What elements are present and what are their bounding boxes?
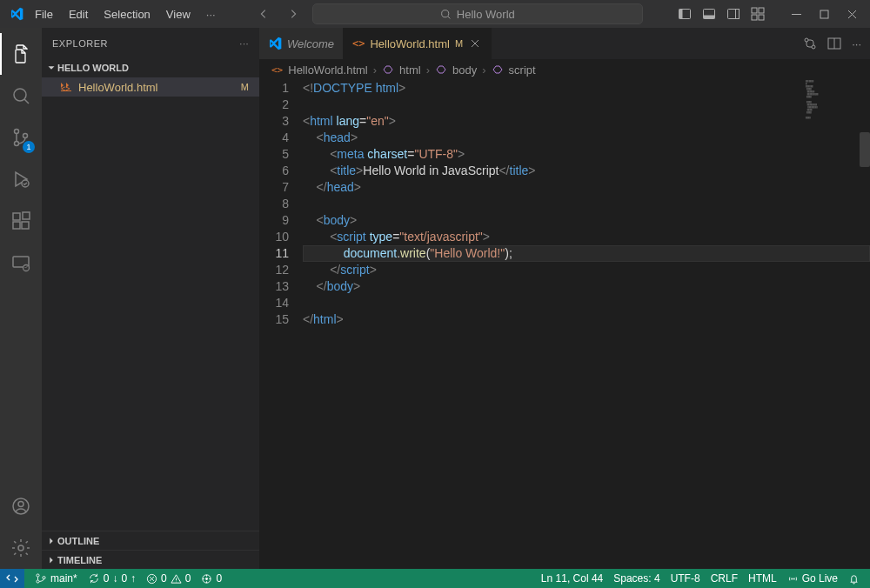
sidebar-file-item[interactable]: <> HelloWorld.html M <box>42 77 259 97</box>
layout-customize-icon[interactable] <box>746 3 769 24</box>
svg-rect-20 <box>23 212 30 219</box>
status-sync[interactable]: 0↓ 0↑ <box>83 569 141 588</box>
svg-rect-4 <box>704 16 715 19</box>
status-spaces[interactable]: Spaces: 4 <box>608 569 665 588</box>
status-golive[interactable]: Go Live <box>782 569 843 588</box>
line-numbers: 123456789101112131415 <box>259 80 303 569</box>
svg-rect-17 <box>13 213 20 220</box>
sidebar-title: EXPLORER <box>52 38 239 49</box>
welcome-tab-label: Welcome <box>287 37 334 50</box>
status-bell-icon[interactable] <box>843 569 865 588</box>
svg-rect-6 <box>736 10 740 19</box>
window-close-icon[interactable] <box>839 3 865 26</box>
html-file-icon: <> <box>352 37 365 50</box>
svg-point-35 <box>206 578 209 580</box>
tab-welcome[interactable]: Welcome <box>259 28 344 59</box>
window-minimize-icon[interactable] <box>783 3 809 26</box>
tab-helloworld[interactable]: <> HelloWorld.html M <box>344 28 492 59</box>
layout-secondary-sidebar-icon[interactable] <box>722 3 745 24</box>
menu-bar: File Edit Selection View ··· <box>28 4 223 24</box>
symbol-icon <box>492 63 504 76</box>
html-file-icon: <> <box>271 64 283 76</box>
sidebar-timeline-label: TIMELINE <box>57 555 102 565</box>
scm-badge: 1 <box>23 141 35 153</box>
svg-point-32 <box>43 577 45 579</box>
status-problems[interactable]: 0 0 <box>141 569 196 588</box>
svg-rect-5 <box>728 10 740 19</box>
chevron-right-icon: › <box>482 63 485 77</box>
split-editor-icon[interactable] <box>827 37 841 50</box>
status-language[interactable]: HTML <box>743 569 782 588</box>
activity-bar: 1 <box>0 28 42 569</box>
menu-selection[interactable]: Selection <box>97 4 157 24</box>
svg-rect-10 <box>759 15 764 20</box>
breadcrumb-script[interactable]: script <box>509 63 536 77</box>
chevron-right-icon: › <box>426 63 430 77</box>
vscode-logo-icon <box>5 7 28 21</box>
svg-point-30 <box>37 574 39 577</box>
svg-point-0 <box>441 10 448 17</box>
code-content[interactable]: <!DOCTYPE html><html lang="en"> <head> <… <box>303 80 870 569</box>
svg-rect-19 <box>22 222 29 229</box>
status-branch[interactable]: main* <box>30 569 83 588</box>
activity-settings-icon[interactable] <box>0 527 42 569</box>
status-ports[interactable]: 0 <box>196 569 227 588</box>
layout-primary-sidebar-icon[interactable] <box>673 3 696 24</box>
menu-more-icon[interactable]: ··· <box>199 4 223 24</box>
activity-extensions-icon[interactable] <box>0 200 42 242</box>
minimap[interactable]: ██ ███████████ ████ ██████ █████████ ███… <box>806 80 858 150</box>
chevron-right-icon: › <box>373 63 377 77</box>
code-editor[interactable]: 123456789101112131415 <!DOCTYPE html><ht… <box>259 80 870 569</box>
svg-point-15 <box>23 134 28 138</box>
menu-view[interactable]: View <box>159 4 197 24</box>
sidebar-outline-header[interactable]: OUTLINE <box>42 531 259 550</box>
breadcrumb-body[interactable]: body <box>452 63 477 77</box>
svg-point-24 <box>18 502 23 507</box>
svg-rect-9 <box>752 15 757 20</box>
layout-panel-icon[interactable] <box>698 3 720 24</box>
breadcrumb-html[interactable]: html <box>399 63 421 77</box>
activity-accounts-icon[interactable] <box>0 485 42 527</box>
file-tab-modified: M <box>455 38 463 49</box>
editor-more-icon[interactable]: ··· <box>852 37 861 50</box>
overview-ruler[interactable] <box>860 132 870 167</box>
breadcrumb-file[interactable]: HelloWorld.html <box>288 63 368 77</box>
compare-changes-icon[interactable] <box>803 37 817 50</box>
status-eol[interactable]: CRLF <box>706 569 743 588</box>
sidebar-more-icon[interactable]: ··· <box>239 38 249 49</box>
svg-point-14 <box>15 142 19 146</box>
editor-area: Welcome <> HelloWorld.html M ··· <> Hell… <box>259 28 870 569</box>
svg-point-27 <box>805 38 808 42</box>
sidebar-file-label: HelloWorld.html <box>78 81 158 94</box>
activity-debug-icon[interactable] <box>0 158 42 200</box>
remote-button-icon[interactable] <box>0 569 24 588</box>
activity-explorer-icon[interactable] <box>0 33 42 75</box>
breadcrumb[interactable]: <> HelloWorld.html › html › body › scrip… <box>259 59 870 80</box>
branch-name: main* <box>50 572 77 585</box>
sidebar-header: EXPLORER ··· <box>42 28 259 58</box>
sidebar-folder-label: HELLO WORLD <box>57 63 129 73</box>
command-search-input[interactable]: Hello World <box>312 3 643 24</box>
file-tab-label: HelloWorld.html <box>370 37 450 50</box>
activity-remote-icon[interactable] <box>0 242 42 284</box>
svg-point-28 <box>812 45 815 49</box>
sidebar-outline-label: OUTLINE <box>57 536 99 546</box>
sidebar-folder-header[interactable]: HELLO WORLD <box>42 58 259 77</box>
sidebar-timeline-header[interactable]: TIMELINE <box>42 550 259 569</box>
editor-tabs: Welcome <> HelloWorld.html M ··· <box>259 28 870 59</box>
svg-text:<>: <> <box>61 84 70 93</box>
search-placeholder: Hello World <box>457 8 515 21</box>
close-tab-icon[interactable] <box>468 37 482 50</box>
activity-search-icon[interactable] <box>0 75 42 117</box>
nav-forward-icon[interactable] <box>283 3 304 24</box>
nav-back-icon[interactable] <box>253 3 274 24</box>
explorer-sidebar: EXPLORER ··· HELLO WORLD <> HelloWorld.h… <box>42 28 259 569</box>
window-maximize-icon[interactable] <box>811 3 837 26</box>
menu-edit[interactable]: Edit <box>62 4 95 24</box>
menu-file[interactable]: File <box>28 4 60 24</box>
status-cursor-pos[interactable]: Ln 11, Col 44 <box>536 569 608 588</box>
status-encoding[interactable]: UTF-8 <box>666 569 706 588</box>
symbol-icon <box>382 63 394 76</box>
activity-source-control-icon[interactable]: 1 <box>0 117 42 158</box>
symbol-icon <box>435 63 447 76</box>
